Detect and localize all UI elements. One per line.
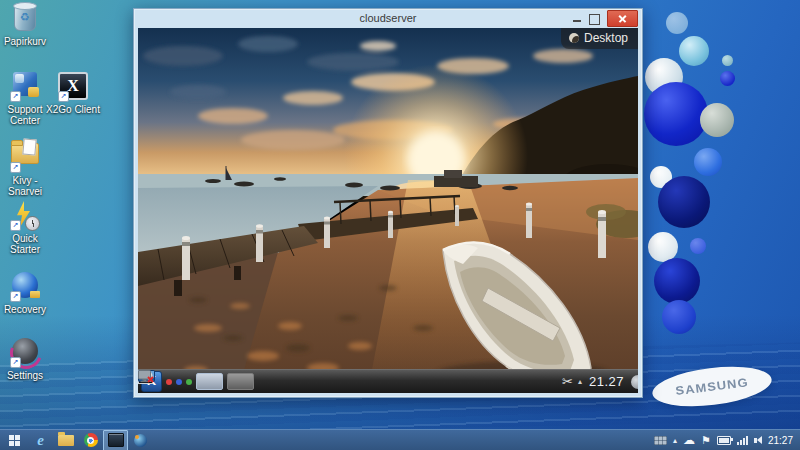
chrome-icon bbox=[84, 433, 98, 447]
panel-cashew-icon[interactable] bbox=[631, 375, 638, 389]
desktop-icon-label: Kivy - Snarvei bbox=[0, 175, 54, 197]
desktop-icon-recycle-bin[interactable]: ♻ Papirkurv bbox=[0, 2, 54, 47]
bubble bbox=[690, 238, 706, 254]
bubble bbox=[644, 82, 708, 146]
bubble bbox=[666, 12, 688, 34]
klipper-scissors-icon[interactable]: ✂ bbox=[562, 375, 573, 388]
maximize-button[interactable] bbox=[589, 14, 600, 25]
x2go-client-icon: X ↗ bbox=[58, 72, 88, 102]
minimize-button[interactable] bbox=[572, 13, 582, 25]
bubble bbox=[720, 71, 735, 86]
plasma-clock[interactable]: 21.27 bbox=[589, 374, 624, 389]
desktop-icon-label: X2Go Client bbox=[44, 104, 102, 115]
plasma-cashew-icon bbox=[569, 33, 579, 43]
network-signal-icon[interactable] bbox=[737, 436, 748, 445]
desktop-icon-label: Papirkurv bbox=[0, 36, 54, 47]
windows-logo-icon bbox=[9, 435, 20, 446]
window-controls bbox=[572, 11, 638, 26]
support-center-icon: ↗ bbox=[10, 72, 40, 102]
desktop-icon-kivy-shortcut[interactable]: ↗ Kivy - Snarvei bbox=[0, 135, 54, 197]
action-center-flag-icon[interactable]: ⚑ bbox=[701, 435, 711, 446]
x2go-session-window: cloudserver bbox=[133, 8, 643, 398]
support-center-tray-icon bbox=[134, 434, 147, 447]
plasma-panel: K ✂ ▴ 21.27 bbox=[138, 369, 638, 393]
remote-wallpaper-photo bbox=[138, 28, 638, 391]
windows-taskbar: e ▴ ☁ ⚑ 21:27 bbox=[0, 429, 800, 450]
plasma-desktop-toolbox[interactable]: Desktop bbox=[561, 28, 638, 49]
bubble bbox=[722, 55, 733, 66]
taskbar-internet-explorer[interactable]: e bbox=[28, 430, 53, 450]
taskbar-file-explorer[interactable] bbox=[53, 430, 78, 450]
shortcut-arrow-icon: ↗ bbox=[10, 91, 21, 102]
volume-icon[interactable] bbox=[754, 436, 762, 444]
bubble bbox=[662, 300, 696, 334]
shortcut-arrow-icon: ↗ bbox=[10, 220, 21, 231]
recycle-bin-icon: ♻ bbox=[10, 4, 40, 34]
taskbar-chrome[interactable] bbox=[78, 430, 103, 450]
network-offline-icon[interactable] bbox=[138, 370, 154, 383]
file-explorer-icon bbox=[58, 435, 74, 446]
power-icon[interactable] bbox=[717, 436, 731, 445]
quick-starter-icon: ↗ bbox=[10, 201, 40, 231]
desktop-icon-settings[interactable]: ↗ Settings bbox=[0, 336, 54, 381]
bubble bbox=[654, 258, 700, 304]
shortcut-arrow-icon: ↗ bbox=[10, 357, 21, 368]
remote-desktop-view[interactable]: Desktop K ✂ ▴ 21.27 bbox=[138, 28, 638, 393]
onedrive-cloud-icon[interactable]: ☁ bbox=[683, 435, 695, 445]
system-tray: ▴ ☁ ⚑ 21:27 bbox=[654, 435, 800, 446]
shortcut-arrow-icon: ↗ bbox=[10, 291, 21, 302]
desktop-icon-label: Quick Starter bbox=[0, 233, 54, 255]
settings-icon: ↗ bbox=[10, 338, 40, 368]
desktop-icon-quick-starter[interactable]: ↗ Quick Starter bbox=[0, 201, 54, 255]
activity-dot-green[interactable] bbox=[186, 379, 192, 385]
desktop-icon-label: Recovery bbox=[0, 304, 54, 315]
bubble bbox=[694, 148, 722, 176]
start-button[interactable] bbox=[0, 430, 28, 450]
taskbar-x2go-session-active[interactable] bbox=[103, 430, 128, 450]
desktop-icon-x2go-client[interactable]: X ↗ X2Go Client bbox=[44, 70, 102, 115]
bubble bbox=[700, 103, 734, 137]
desktop: SAMSUNG ♻ Papirkurv ↗ Support Center X ↗… bbox=[0, 0, 800, 450]
activity-dot-blue[interactable] bbox=[176, 379, 182, 385]
window-title: cloudserver bbox=[360, 12, 417, 24]
keyboard-icon[interactable] bbox=[654, 436, 667, 445]
virtual-desktop-1[interactable] bbox=[196, 373, 223, 390]
bubble bbox=[658, 176, 710, 228]
samsung-logo-text: SAMSUNG bbox=[675, 375, 750, 398]
shortcut-arrow-icon: ↗ bbox=[58, 91, 69, 102]
internet-explorer-icon: e bbox=[37, 433, 44, 447]
close-button[interactable] bbox=[607, 10, 638, 27]
x2go-session-icon bbox=[108, 433, 124, 447]
virtual-desktop-2[interactable] bbox=[227, 373, 254, 390]
recovery-icon: ↗ bbox=[10, 272, 40, 302]
expand-caret-icon[interactable]: ▴ bbox=[673, 436, 677, 445]
plasma-system-tray: ✂ ▴ 21.27 bbox=[562, 374, 635, 389]
activity-dot-red[interactable] bbox=[166, 379, 172, 385]
window-titlebar[interactable]: cloudserver bbox=[134, 9, 642, 28]
desktop-icon-recovery[interactable]: ↗ Recovery bbox=[0, 270, 54, 315]
bubble bbox=[679, 36, 709, 66]
shortcut-arrow-icon: ↗ bbox=[10, 162, 21, 173]
desktop-icon-label: Settings bbox=[0, 370, 54, 381]
taskbar-support-center[interactable] bbox=[128, 430, 153, 450]
taskbar-clock[interactable]: 21:27 bbox=[768, 435, 793, 446]
expand-arrow-icon[interactable]: ▴ bbox=[578, 377, 582, 386]
toolbox-label: Desktop bbox=[584, 31, 628, 45]
folder-shortcut-icon: ↗ bbox=[10, 143, 40, 173]
